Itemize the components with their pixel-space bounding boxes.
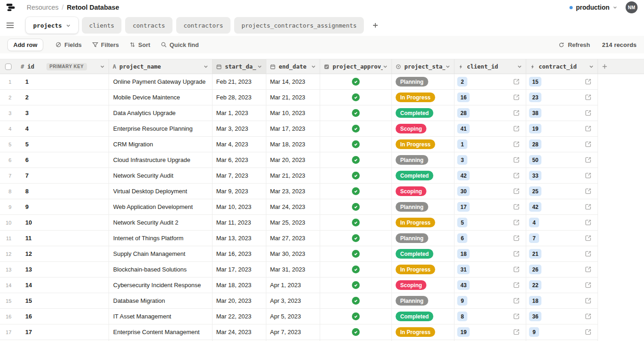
id-cell[interactable]: 17 17 bbox=[0, 324, 109, 340]
tab-projects[interactable]: projects bbox=[26, 17, 78, 34]
external-link-icon[interactable] bbox=[585, 235, 592, 242]
client-id-chip[interactable]: 5 bbox=[457, 218, 467, 227]
table-row[interactable]: 2 2 Mobile Device Maintence Feb 28, 2023… bbox=[0, 90, 598, 105]
project-status-cell[interactable]: Scoping bbox=[392, 121, 454, 136]
id-cell[interactable]: 1 1 bbox=[0, 74, 109, 89]
table-row[interactable]: 8 8 Virtual Desktop Deployment Mar 9, 20… bbox=[0, 184, 598, 199]
external-link-icon[interactable] bbox=[513, 172, 520, 179]
client-id-cell[interactable]: 17 bbox=[454, 199, 526, 214]
column-header-end-date[interactable]: end_date bbox=[266, 59, 320, 74]
external-link-icon[interactable] bbox=[585, 219, 592, 226]
id-cell[interactable]: 9 9 bbox=[0, 199, 109, 214]
contract-id-chip[interactable]: 28 bbox=[529, 139, 541, 149]
table-row[interactable]: 6 6 Cloud Infrastructure Upgrade Mar 6, … bbox=[0, 152, 598, 168]
contract-id-cell[interactable]: 23 bbox=[526, 90, 598, 105]
external-link-icon[interactable] bbox=[513, 141, 520, 148]
start-date-cell[interactable]: Mar 6, 2023 bbox=[213, 152, 266, 168]
client-id-chip[interactable]: 43 bbox=[457, 280, 470, 290]
id-cell[interactable]: 5 5 bbox=[0, 137, 109, 152]
external-link-icon[interactable] bbox=[513, 110, 520, 116]
external-link-icon[interactable] bbox=[585, 250, 592, 257]
client-id-cell[interactable]: 2 bbox=[454, 74, 526, 89]
external-link-icon[interactable] bbox=[513, 266, 520, 273]
table-row[interactable]: 11 11 Internet of Things Platform Mar 13… bbox=[0, 231, 598, 246]
external-link-icon[interactable] bbox=[513, 156, 520, 163]
contract-id-chip[interactable]: 18 bbox=[529, 296, 541, 306]
id-cell[interactable]: 8 8 bbox=[0, 184, 109, 199]
project-name-cell[interactable]: Online Payment Gateway Upgrade bbox=[109, 74, 213, 89]
project-name-cell[interactable]: Enterprise Resource Planning bbox=[109, 121, 213, 136]
external-link-icon[interactable] bbox=[513, 94, 520, 101]
project-approval-cell[interactable] bbox=[320, 309, 392, 324]
id-cell[interactable]: 10 10 bbox=[0, 215, 109, 230]
start-date-cell[interactable]: Mar 10, 2023 bbox=[213, 199, 266, 214]
contract-id-cell[interactable]: 36 bbox=[526, 309, 598, 324]
id-cell[interactable]: 2 2 bbox=[0, 90, 109, 105]
contract-id-chip[interactable]: 26 bbox=[529, 265, 541, 274]
table-row[interactable]: 9 9 Web Application Development Mar 10, … bbox=[0, 199, 598, 215]
project-name-cell[interactable]: Data Analytics Upgrade bbox=[109, 105, 213, 121]
select-all-checkbox[interactable] bbox=[5, 64, 12, 70]
external-link-icon[interactable] bbox=[513, 329, 520, 335]
client-id-chip[interactable]: 42 bbox=[457, 171, 470, 180]
external-link-icon[interactable] bbox=[513, 125, 520, 132]
project-name-cell[interactable]: Blockchain-based Solutions bbox=[109, 262, 213, 277]
column-header-project-name[interactable]: A project_name bbox=[109, 59, 213, 74]
project-status-cell[interactable]: Planning bbox=[392, 74, 454, 89]
client-id-chip[interactable]: 17 bbox=[457, 202, 470, 212]
add-table-button[interactable] bbox=[368, 17, 383, 33]
client-id-chip[interactable]: 8 bbox=[457, 312, 467, 321]
project-status-cell[interactable]: Scoping bbox=[392, 184, 454, 199]
contract-id-chip[interactable]: 7 bbox=[529, 233, 539, 243]
client-id-chip[interactable]: 18 bbox=[457, 249, 470, 259]
client-id-chip[interactable]: 31 bbox=[457, 265, 470, 274]
contract-id-cell[interactable]: 19 bbox=[526, 121, 598, 136]
contract-id-chip[interactable]: 42 bbox=[529, 202, 541, 212]
start-date-cell[interactable]: Mar 20, 2023 bbox=[213, 293, 266, 308]
start-date-cell[interactable]: Mar 17, 2023 bbox=[213, 262, 266, 277]
external-link-icon[interactable] bbox=[585, 282, 592, 289]
column-header-client-id[interactable]: client_id bbox=[454, 59, 526, 74]
project-approval-cell[interactable] bbox=[320, 262, 392, 277]
project-name-cell[interactable]: Enterprise Content Management bbox=[109, 324, 213, 340]
column-header-project-status[interactable]: project_sta_ bbox=[392, 59, 454, 74]
end-date-cell[interactable]: Mar 17, 2023 bbox=[266, 121, 320, 136]
project-name-cell[interactable]: Web Application Development bbox=[109, 199, 213, 214]
environment-selector[interactable]: production bbox=[569, 4, 617, 11]
client-id-chip[interactable]: 28 bbox=[457, 108, 470, 118]
client-id-chip[interactable]: 30 bbox=[457, 186, 470, 196]
table-row[interactable]: 13 13 Blockchain-based Solutions Mar 17,… bbox=[0, 262, 598, 277]
table-row[interactable]: 16 16 IT Asset Management Mar 22, 2023 A… bbox=[0, 309, 598, 324]
fields-button[interactable]: Fields bbox=[55, 41, 82, 48]
client-id-cell[interactable]: 9 bbox=[454, 293, 526, 308]
start-date-cell[interactable]: Mar 13, 2023 bbox=[213, 231, 266, 246]
id-cell[interactable]: 4 4 bbox=[0, 121, 109, 136]
id-cell[interactable]: 11 11 bbox=[0, 231, 109, 246]
project-name-cell[interactable]: Cloud Infrastructure Upgrade bbox=[109, 152, 213, 168]
project-approval-cell[interactable] bbox=[320, 105, 392, 121]
project-approval-cell[interactable] bbox=[320, 293, 392, 308]
start-date-cell[interactable]: Mar 4, 2023 bbox=[213, 137, 266, 152]
client-id-cell[interactable]: 5 bbox=[454, 215, 526, 230]
start-date-cell[interactable]: Mar 11, 2023 bbox=[213, 215, 266, 230]
add-column-button[interactable] bbox=[598, 59, 644, 74]
client-id-cell[interactable]: 16 bbox=[454, 90, 526, 105]
end-date-cell[interactable]: Mar 31, 2023 bbox=[266, 262, 320, 277]
project-approval-cell[interactable] bbox=[320, 324, 392, 340]
start-date-cell[interactable]: Mar 3, 2023 bbox=[213, 121, 266, 136]
project-status-cell[interactable]: In Progress bbox=[392, 262, 454, 277]
external-link-icon[interactable] bbox=[513, 78, 520, 85]
start-date-cell[interactable]: Mar 1, 2023 bbox=[213, 105, 266, 121]
end-date-cell[interactable]: Apr 5, 2023 bbox=[266, 309, 320, 324]
contract-id-chip[interactable]: 15 bbox=[529, 77, 541, 87]
start-date-cell[interactable]: Mar 7, 2023 bbox=[213, 168, 266, 183]
id-cell[interactable]: 12 12 bbox=[0, 246, 109, 261]
table-row[interactable]: 17 17 Enterprise Content Management Mar … bbox=[0, 324, 598, 340]
client-id-cell[interactable]: 31 bbox=[454, 262, 526, 277]
contract-id-chip[interactable]: 4 bbox=[529, 218, 539, 227]
project-approval-cell[interactable] bbox=[320, 231, 392, 246]
table-row[interactable]: 5 5 CRM Migration Mar 4, 2023 Mar 18, 20… bbox=[0, 137, 598, 152]
contract-id-cell[interactable]: 21 bbox=[526, 246, 598, 261]
end-date-cell[interactable]: Mar 30, 2023 bbox=[266, 246, 320, 261]
contract-id-cell[interactable]: 9 bbox=[526, 324, 598, 340]
